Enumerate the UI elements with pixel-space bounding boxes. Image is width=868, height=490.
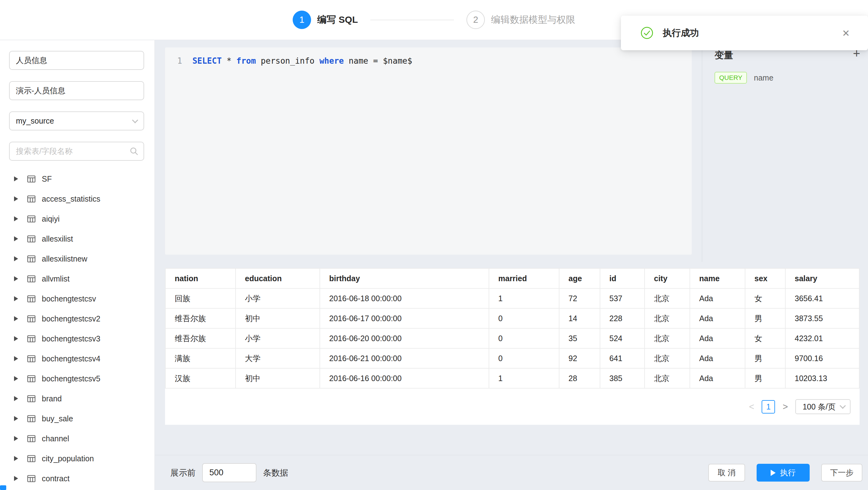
- execute-button-label: 执行: [780, 467, 796, 478]
- tree-item-label: SF: [42, 175, 52, 184]
- row-limit-input[interactable]: [202, 463, 256, 482]
- caret-right-icon[interactable]: [14, 376, 18, 381]
- step1-title: 编写 SQL: [317, 13, 358, 26]
- tree-item-label: bochengtestcsv3: [42, 334, 100, 343]
- cell: 维吾尔族: [165, 308, 236, 328]
- caret-right-icon[interactable]: [14, 256, 18, 261]
- caret-right-icon[interactable]: [14, 296, 18, 301]
- caret-right-icon[interactable]: [14, 416, 18, 421]
- tree-item-table[interactable]: bochengtestcsv2: [0, 309, 154, 329]
- cell: 初中: [236, 308, 320, 328]
- table-row: 回族 小学 2016-06-18 00:00:00 1 72 537 北京 Ad…: [165, 288, 859, 308]
- table-icon: [27, 235, 36, 243]
- cell: 4232.01: [785, 328, 859, 348]
- execute-button[interactable]: 执行: [756, 464, 810, 482]
- check-circle-icon: [641, 27, 653, 39]
- datasource-select-value: my_source: [16, 116, 133, 125]
- variables-title: 变量: [714, 49, 861, 62]
- success-toast: 执行成功 ✕: [621, 16, 868, 50]
- page-size-value: 100 条/页: [803, 402, 836, 412]
- query-tag[interactable]: QUERY: [714, 72, 747, 84]
- tree-item-table[interactable]: city_population: [0, 449, 154, 468]
- caret-right-icon[interactable]: [14, 356, 18, 361]
- step2-title: 编辑数据模型与权限: [491, 13, 575, 26]
- close-icon[interactable]: ✕: [842, 27, 850, 38]
- pagination-next-button[interactable]: >: [782, 402, 788, 412]
- cell: 回族: [165, 288, 236, 308]
- column-header: salary: [785, 268, 859, 288]
- tree-item-label: access_statistics: [42, 194, 100, 204]
- main-area: 1SELECT * from person_info where name = …: [155, 40, 868, 490]
- table-icon: [27, 334, 36, 343]
- tree-item-table[interactable]: buy_sale: [0, 408, 154, 429]
- caret-right-icon[interactable]: [14, 396, 18, 401]
- cell: 初中: [236, 368, 320, 388]
- datasource-select[interactable]: my_source: [9, 112, 144, 130]
- caret-right-icon[interactable]: [14, 216, 18, 221]
- tree-item-table[interactable]: bochengtestcsv4: [0, 348, 154, 369]
- limit-prefix-label: 展示前: [170, 467, 196, 479]
- tree-item-table[interactable]: SF: [0, 169, 154, 189]
- cell: 男: [745, 368, 785, 388]
- table-icon: [27, 374, 36, 383]
- caret-right-icon[interactable]: [14, 336, 18, 341]
- caret-right-icon[interactable]: [14, 476, 18, 481]
- toast-message: 执行成功: [663, 27, 699, 39]
- sql-token: *: [222, 56, 237, 65]
- table-icon: [27, 214, 36, 223]
- table-row: 维吾尔族 小学 2016-06-20 00:00:00 0 35 524 北京 …: [165, 328, 859, 348]
- tree-item-table[interactable]: bochengtestcsv5: [0, 369, 154, 389]
- caret-right-icon[interactable]: [14, 456, 18, 461]
- page-size-select[interactable]: 100 条/页: [795, 399, 850, 414]
- tree-item-table[interactable]: bochengtestcsv3: [0, 329, 154, 348]
- tree-item-label: channel: [42, 434, 69, 443]
- table-row: 汉族 初中 2016-06-16 00:00:00 1 28 385 北京 Ad…: [165, 368, 859, 388]
- tree-item-label: bochengtestcsv5: [42, 374, 100, 383]
- tree-item-table[interactable]: channel: [0, 429, 154, 449]
- cell: 女: [745, 288, 785, 308]
- sql-code-line: 1SELECT * from person_info where name = …: [177, 56, 692, 65]
- caret-right-icon[interactable]: [14, 236, 18, 241]
- caret-right-icon[interactable]: [14, 196, 18, 201]
- column-header: name: [690, 268, 745, 288]
- caret-right-icon[interactable]: [14, 436, 18, 441]
- next-step-button[interactable]: 下一步: [821, 464, 862, 482]
- sql-editor[interactable]: 1SELECT * from person_info where name = …: [165, 48, 692, 255]
- table-icon: [27, 354, 36, 363]
- cancel-button[interactable]: 取 消: [708, 464, 745, 482]
- tree-item-label: contract: [42, 474, 69, 483]
- caret-right-icon[interactable]: [14, 276, 18, 281]
- tree-item-label: bochengtestcsv: [42, 294, 96, 303]
- tree-item-table[interactable]: brand: [0, 389, 154, 408]
- table-search-input[interactable]: [9, 142, 144, 161]
- pagination-prev-button[interactable]: <: [749, 402, 754, 412]
- tree-item-table[interactable]: allesxilistnew: [0, 249, 154, 269]
- column-header: sex: [745, 268, 785, 288]
- tree-item-label: bochengtestcsv2: [42, 314, 100, 323]
- tree-item-table[interactable]: bochengtestcsv: [0, 289, 154, 309]
- cell: 228: [600, 308, 645, 328]
- tree-item-table[interactable]: allesxilist: [0, 229, 154, 249]
- tree-item-table[interactable]: allvmlist: [0, 269, 154, 289]
- tree-item-table[interactable]: contract: [0, 468, 154, 488]
- step-connector-line: [370, 20, 454, 20]
- cell: 385: [600, 368, 645, 388]
- variable-row: QUERY name: [714, 72, 861, 84]
- tree-item-label: allesxilistnew: [42, 254, 87, 264]
- dataset-name-input[interactable]: [9, 51, 144, 70]
- caret-right-icon[interactable]: [14, 176, 18, 181]
- column-header: nation: [165, 268, 236, 288]
- cell: 1: [489, 368, 559, 388]
- table-row: 满族 大学 2016-06-21 00:00:00 0 92 641 北京 Ad…: [165, 348, 859, 368]
- tree-item-table[interactable]: aiqiyi: [0, 209, 154, 229]
- cell: Ada: [690, 288, 745, 308]
- chevron-down-icon: [132, 117, 138, 123]
- pagination-page-1[interactable]: 1: [762, 400, 775, 414]
- dataset-display-name-input[interactable]: [9, 81, 144, 100]
- cell: 女: [745, 328, 785, 348]
- scrollbar-thumb[interactable]: [0, 485, 6, 490]
- caret-right-icon[interactable]: [14, 316, 18, 321]
- cell: 524: [600, 328, 645, 348]
- tree-item-table[interactable]: access_statistics: [0, 189, 154, 209]
- cell: 10203.13: [785, 368, 859, 388]
